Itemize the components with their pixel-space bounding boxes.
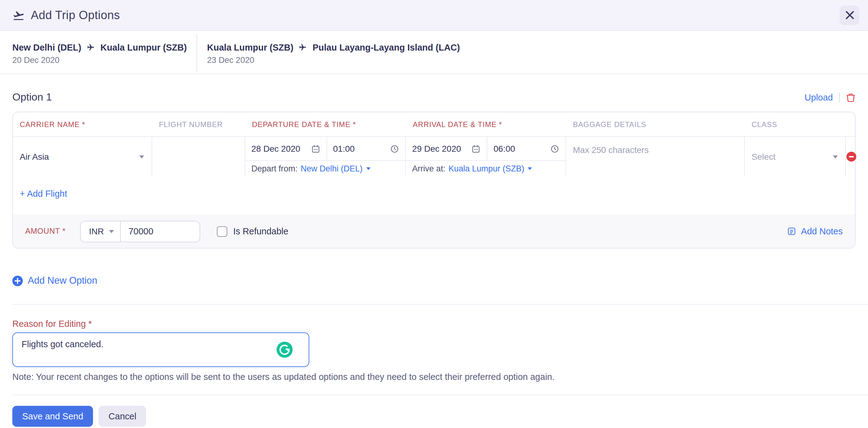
flight-number-input[interactable] — [159, 137, 238, 176]
flight-takeoff-icon — [12, 9, 25, 21]
segment1-to: Kuala Lumpur (SZB) — [100, 42, 187, 52]
section-divider — [12, 304, 868, 305]
chevron-down-icon — [528, 167, 532, 170]
flight-number-cell — [152, 137, 245, 176]
segment2-date: 23 Dec 2020 — [207, 55, 460, 64]
arrival-date-input[interactable]: 29 Dec 2020 — [406, 137, 487, 160]
close-icon — [845, 10, 854, 20]
modal-title-group: Add Trip Options — [12, 8, 120, 22]
option-card: Carrier Name * Flight Number Departure D… — [12, 112, 856, 249]
departure-time-input[interactable]: 01:00 — [327, 137, 405, 160]
is-refundable-label: Is Refundable — [233, 226, 288, 236]
cancel-button[interactable]: Cancel — [99, 406, 146, 427]
save-and-send-button[interactable]: Save and Send — [12, 406, 93, 427]
plus-circle-icon — [12, 275, 23, 286]
segment-divider — [196, 34, 197, 72]
amount-input[interactable] — [120, 226, 199, 236]
modal-content: Option 1 Upload Carrier Name * Flight Nu… — [0, 91, 868, 427]
action-divider — [839, 92, 840, 103]
grammarly-icon — [277, 342, 292, 358]
segment2-to: Pulau Layang-Layang Island (LAC) — [313, 42, 460, 52]
departure-date-input[interactable]: 28 Dec 2020 — [245, 137, 327, 160]
depart-from-label: Depart from: — [251, 164, 298, 173]
option-title: Option 1 — [12, 91, 52, 104]
currency-select[interactable]: INR — [81, 221, 120, 241]
flight-arrow-icon — [87, 43, 95, 51]
currency-value: INR — [89, 226, 104, 236]
add-trip-options-modal: Add Trip Options New Delhi (DEL) Kuala L… — [0, 0, 868, 428]
col-departure: Departure Date & Time * — [245, 112, 406, 136]
calendar-icon — [311, 144, 320, 153]
remove-flight-button[interactable] — [846, 137, 856, 176]
add-flight-link[interactable]: + Add Flight — [20, 189, 67, 199]
modal-header: Add Trip Options — [0, 0, 868, 31]
is-refundable-checkbox[interactable] — [217, 226, 227, 236]
amount-label: Amount * — [25, 227, 66, 235]
segment2-from: Kuala Lumpur (SZB) — [207, 42, 293, 52]
chevron-down-icon — [139, 155, 144, 158]
reason-for-editing-textarea[interactable]: Flights got canceled. — [12, 333, 309, 367]
flight-table-header: Carrier Name * Flight Number Departure D… — [13, 112, 855, 137]
arrival-location-dropdown[interactable]: Kuala Lumpur (SZB) — [448, 164, 532, 173]
footer-divider — [12, 395, 868, 395]
col-carrier-name: Carrier Name * — [13, 112, 152, 136]
trip-segments: New Delhi (DEL) Kuala Lumpur (SZB) 20 De… — [0, 31, 868, 74]
arrival-cell: 29 Dec 2020 06:00 Arrive at: Kuala Lumpu… — [406, 137, 566, 176]
delete-option-button[interactable] — [846, 92, 856, 103]
col-baggage: Baggage Details — [566, 112, 745, 136]
arrive-at-label: Arrive at: — [412, 164, 445, 173]
col-flight-number: Flight Number — [152, 112, 245, 136]
amount-row: Amount * INR Is Refundable Add Note — [13, 215, 855, 248]
carrier-select[interactable]: Air Asia — [13, 137, 152, 176]
chevron-down-icon — [109, 230, 114, 233]
note-text: Note: Your recent changes to the options… — [12, 372, 856, 382]
flight-table-row: Air Asia 28 Dec 2020 01:00 — [13, 137, 855, 176]
clock-icon — [550, 144, 559, 153]
calendar-icon — [471, 144, 480, 153]
col-class: Class — [745, 112, 846, 136]
option-header: Option 1 Upload — [12, 91, 856, 104]
departure-cell: 28 Dec 2020 01:00 Depart from: New Delhi… — [245, 137, 406, 176]
baggage-cell — [566, 137, 745, 176]
footer-actions: Save and Send Cancel — [12, 406, 856, 427]
class-select[interactable]: Select — [745, 137, 846, 176]
chevron-down-icon — [366, 167, 370, 170]
add-notes-link[interactable]: Add Notes — [787, 226, 843, 236]
class-placeholder: Select — [751, 152, 776, 162]
arrival-time-input[interactable]: 06:00 — [487, 137, 565, 160]
segment1-date: 20 Dec 2020 — [12, 55, 187, 64]
clock-icon — [390, 144, 399, 153]
trip-segment-2: Kuala Lumpur (SZB) Pulau Layang-Layang I… — [207, 42, 460, 64]
notes-icon — [787, 226, 797, 236]
departure-location-dropdown[interactable]: New Delhi (DEL) — [301, 164, 371, 173]
col-arrival: Arrival Date & Time * — [406, 112, 566, 136]
flight-arrow-icon — [299, 43, 307, 51]
amount-input-group: INR — [81, 221, 200, 242]
upload-link[interactable]: Upload — [805, 92, 833, 103]
segment1-from: New Delhi (DEL) — [12, 42, 81, 52]
close-button[interactable] — [840, 5, 859, 25]
reason-for-editing-label: Reason for Editing * — [12, 319, 856, 329]
remove-circle-icon — [846, 152, 856, 162]
page-title: Add Trip Options — [31, 8, 120, 22]
carrier-value: Air Asia — [20, 152, 49, 162]
add-new-option-link[interactable]: Add New Option — [12, 275, 97, 286]
chevron-down-icon — [833, 155, 838, 158]
baggage-details-input[interactable] — [573, 145, 737, 155]
trash-icon — [846, 92, 856, 103]
trip-segment-1: New Delhi (DEL) Kuala Lumpur (SZB) 20 De… — [12, 42, 187, 64]
